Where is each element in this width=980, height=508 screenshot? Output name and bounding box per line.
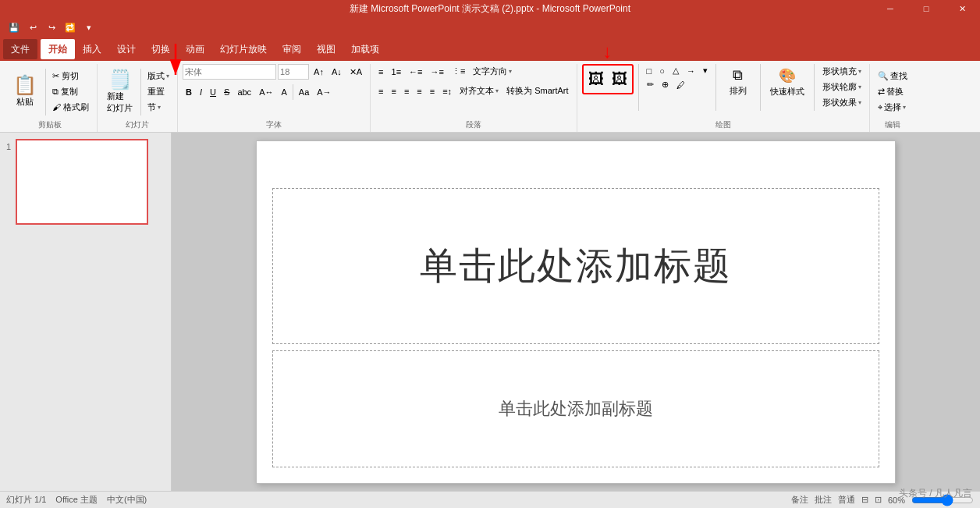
drawing-items: 🖼 🖼 ↓ □ ○ △ → ▾ [582,64,865,119]
save-quick-btn[interactable]: 💾 [6,20,22,35]
ribbon: 📋 粘贴 ✂ 剪切 ⧉ 复制 🖌 格式刷 剪贴板 🗒️ 新建幻灯片 [0,61,980,133]
comments-btn[interactable]: 批注 [815,494,832,506]
clear-format-btn[interactable]: ✕A [346,66,365,79]
separator [45,69,46,115]
reset-button[interactable]: 重置 [144,84,172,99]
justify-btn[interactable]: ≡ [414,85,424,98]
redo-quick-btn[interactable]: ↪ [44,20,59,35]
layout-button[interactable]: 版式 ▾ [144,69,172,83]
align-left-btn[interactable]: ≡ [375,85,386,98]
menu-file[interactable]: 文件 [3,39,37,59]
font-color-btn[interactable]: A [278,86,289,98]
para-row1: ≡ 1≡ ←≡ →≡ ⋮≡ 文字方向 ▾ [375,64,515,79]
bold-btn[interactable]: B [183,86,195,98]
shape-arrow-btn[interactable]: → [684,65,698,77]
minimize-button[interactable]: ─ [872,0,908,17]
shape-fill-btn[interactable]: 形状填充 ▾ [819,64,865,79]
align-center-btn[interactable]: ≡ [389,85,399,98]
slides-items: 🗒️ 新建幻灯片 版式 ▾ 重置 节 ▾ [102,64,172,119]
slide-subtitle-text: 单击此处添加副标题 [499,397,653,421]
new-slide-button[interactable]: 🗒️ 新建幻灯片 [102,67,137,117]
distribute-btn[interactable]: ≡ [427,85,438,98]
clipboard-col: ✂ 剪切 ⧉ 复制 🖌 格式刷 [49,69,92,115]
find-btn[interactable]: 🔍 查找 [875,69,911,83]
menu-design[interactable]: 设计 [109,39,144,59]
maximize-button[interactable]: □ [908,0,944,17]
section-button[interactable]: 节 ▾ [144,100,172,115]
menu-home[interactable]: 开始 [41,39,75,59]
columns-btn[interactable]: ⋮≡ [449,65,468,78]
shape-tri-btn[interactable]: △ [669,64,682,77]
bullets-btn[interactable]: ≡ [375,66,386,78]
editing-col: 🔍 查找 ⇄ 替换 ⌖ 选择 ▾ [875,69,911,115]
shape-outline-btn[interactable]: 形状轮廓 ▾ [819,80,865,94]
shadow-btn[interactable]: abc [234,86,254,98]
shape-edit-btn[interactable]: ✏ [644,78,657,91]
view-normal-btn[interactable]: 普通 [838,494,855,506]
menu-insert[interactable]: 插入 [75,39,109,59]
line-spacing-btn[interactable]: ≡↕ [439,85,455,98]
notes-btn[interactable]: 备注 [791,494,808,506]
menu-animations[interactable]: 动画 [178,39,212,59]
title-bar: 新建 Microsoft PowerPoint 演示文稿 (2).pptx - … [0,0,980,17]
shapes-more-btn[interactable]: ▾ [700,64,711,77]
font-size-input[interactable] [278,64,309,80]
view-slider-btn[interactable]: ⊟ [861,495,868,505]
title-placeholder[interactable]: 单击此处添加标题 [272,188,879,344]
font-name-input[interactable] [183,64,276,80]
insert-picture-btn[interactable]: 🖼 [585,67,607,91]
format-painter-button[interactable]: 🖌 格式刷 [49,100,92,115]
decrease-font-btn[interactable]: A↓ [328,66,345,78]
menu-transitions[interactable]: 切换 [144,39,178,59]
subtitle-placeholder[interactable]: 单击此处添加副标题 [272,350,879,467]
cut-button[interactable]: ✂ 剪切 [49,69,92,83]
status-left: 幻灯片 1/1 Office 主题 中文(中国) [6,494,147,506]
align-right-btn[interactable]: ≡ [401,85,412,98]
select-btn[interactable]: ⌖ 选择 ▾ [875,100,911,115]
insert-image-highlight: 🖼 🖼 [582,64,634,94]
underline-btn[interactable]: U [207,86,219,98]
copy-button[interactable]: ⧉ 复制 [49,84,92,99]
italic-btn[interactable]: I [197,86,205,98]
paste-button[interactable]: 📋 粘贴 [8,73,42,111]
shape-rect-btn[interactable]: □ [644,65,655,77]
shape-oval-btn[interactable]: ○ [656,65,668,77]
char-space-btn[interactable]: A↔ [256,86,276,98]
menu-addins[interactable]: 加载项 [343,39,387,59]
align-text-btn[interactable]: 对齐文本 ▾ [456,83,502,98]
convert-smartart-btn[interactable]: 转换为 SmartArt [503,83,571,98]
more-quick-btn[interactable]: ▾ [81,20,97,35]
dec-indent-btn[interactable]: ←≡ [406,66,425,78]
watermark: 头条号 / 凡人凡言 [899,487,972,500]
editing-label: 编辑 [885,119,900,132]
insert-image-area: 🖼 🖼 ↓ [582,64,634,94]
quick-styles-icon: 🎨 [779,67,796,84]
menu-review[interactable]: 审阅 [275,39,309,59]
replace-btn[interactable]: ⇄ 替换 [875,84,911,99]
slide-canvas[interactable]: 单击此处添加标题 单击此处添加副标题 [256,140,896,484]
shape-effects-btn[interactable]: 形状效果 ▾ [819,95,865,110]
undo-quick-btn[interactable]: ↩ [25,20,41,35]
view-reading-btn[interactable]: ⊡ [875,495,882,505]
shape-pen-btn[interactable]: 🖊 [673,79,688,91]
window-controls: ─ □ ✕ [872,0,980,17]
slide-thumbnail[interactable] [16,139,148,225]
change-case-btn[interactable]: A→ [314,86,334,98]
insert-image-btn[interactable]: 🖼 [609,67,630,91]
paragraph-items: ≡ 1≡ ←≡ →≡ ⋮≡ 文字方向 ▾ ≡ ≡ ≡ ≡ ≡ ≡↕ [375,64,571,119]
close-button[interactable]: ✕ [944,0,980,17]
arrange-btn[interactable]: ⧉ 排列 [721,64,755,100]
quick-styles-btn[interactable]: 🎨 快速样式 [765,64,809,101]
repeat-quick-btn[interactable]: 🔁 [62,20,78,35]
text-dir-btn[interactable]: 文字方向 ▾ [470,64,515,79]
status-bar: 幻灯片 1/1 Office 主题 中文(中国) 备注 批注 普通 ⊟ ⊡ 60… [0,491,980,508]
font-aa-btn[interactable]: Aa [296,86,312,98]
numbering-btn[interactable]: 1≡ [389,66,405,78]
shape-combine-btn[interactable]: ⊕ [659,78,672,91]
inc-indent-btn[interactable]: →≡ [427,66,446,78]
slide-panel: 1 [0,133,172,491]
strikethrough-btn[interactable]: S [221,86,233,98]
menu-slideshow[interactable]: 幻灯片放映 [212,39,275,59]
menu-view[interactable]: 视图 [309,39,343,59]
increase-font-btn[interactable]: A↑ [311,66,327,78]
